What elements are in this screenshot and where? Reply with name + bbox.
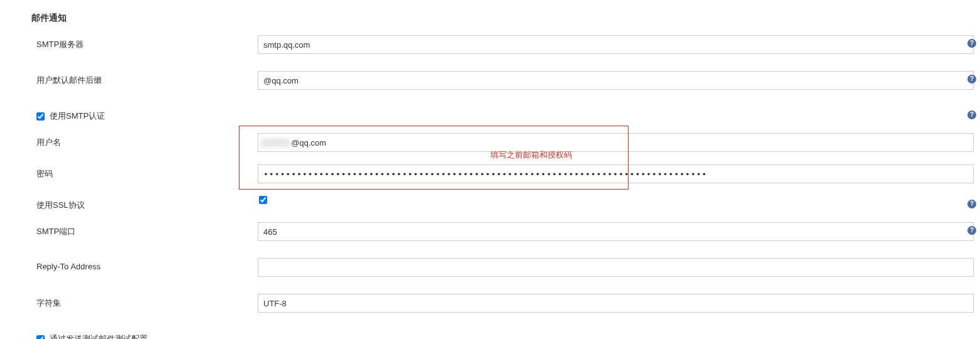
label-charset: 字符集 <box>31 294 258 309</box>
label-smtp-port: SMTP端口 <box>31 222 258 237</box>
row-password: 密码 •••••••••••••••••••••••••••••••••••••… <box>31 164 974 185</box>
label-default-suffix: 用户默认邮件后缀 <box>31 71 258 86</box>
label-reply-to: Reply-To Address <box>31 258 258 271</box>
input-smtp-port[interactable] <box>258 222 974 241</box>
password-value: ••••••••••••••••••••••••••••••••••••••••… <box>258 165 973 183</box>
checkbox-use-smtp-auth[interactable] <box>36 112 45 121</box>
checkbox-use-ssl[interactable] <box>259 196 267 204</box>
row-use-smtp-auth: 使用SMTP认证 ? <box>31 107 974 127</box>
input-reply-to[interactable] <box>258 258 974 277</box>
label-smtp-server: SMTP服务器 <box>31 35 258 50</box>
input-default-suffix[interactable] <box>258 71 974 90</box>
row-use-ssl: 使用SSL协议 ? <box>31 196 974 216</box>
label-test-by-send: 通过发送测试邮件测试配置 <box>50 333 148 339</box>
input-smtp-server[interactable] <box>258 35 974 54</box>
username-visible-suffix: @qq.com <box>291 138 326 148</box>
label-password: 密码 <box>31 164 258 180</box>
label-use-ssl: 使用SSL协议 <box>31 196 258 211</box>
label-use-smtp-auth: 使用SMTP认证 <box>50 110 105 122</box>
username-masked-part: █████ <box>261 138 290 148</box>
checkbox-test-by-send[interactable] <box>36 335 45 340</box>
row-default-suffix: 用户默认邮件后缀 ? <box>31 71 974 91</box>
help-icon[interactable]: ? <box>967 75 976 83</box>
help-icon[interactable]: ? <box>967 110 976 119</box>
input-username[interactable]: █████ @qq.com <box>258 133 974 152</box>
input-charset[interactable] <box>258 294 974 313</box>
section-title-email-notification: 邮件通知 <box>31 13 974 24</box>
row-username: 用户名 █████ @qq.com <box>31 133 974 153</box>
help-icon[interactable]: ? <box>967 39 976 48</box>
help-icon[interactable]: ? <box>967 226 976 235</box>
row-smtp-server: SMTP服务器 ? <box>31 35 974 55</box>
input-password[interactable]: ••••••••••••••••••••••••••••••••••••••••… <box>258 164 974 183</box>
row-smtp-port: SMTP端口 ? <box>31 222 974 242</box>
label-username: 用户名 <box>31 133 258 148</box>
row-test-by-send: 通过发送测试邮件测试配置 <box>31 330 974 339</box>
help-icon[interactable]: ? <box>967 200 976 208</box>
row-charset: 字符集 <box>31 294 974 314</box>
row-reply-to: Reply-To Address <box>31 258 974 278</box>
